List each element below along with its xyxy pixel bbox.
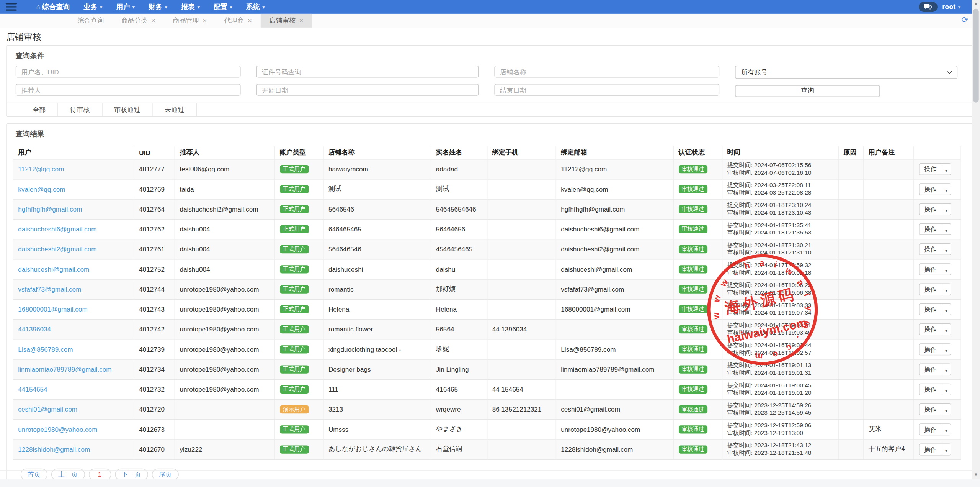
user-note-cell xyxy=(863,299,913,319)
open-tab[interactable]: 商品分类 × xyxy=(113,14,164,28)
nav-item[interactable]: 财务 ▾ xyxy=(142,0,174,14)
user-email-link[interactable]: ceshi01@gmail.com xyxy=(18,405,77,413)
account-type-select[interactable]: 所有账号 xyxy=(735,66,957,79)
scrollbar-thumb[interactable] xyxy=(973,9,979,103)
audit-time: 审核时间: 2024-01-18T21:31:10 xyxy=(727,249,833,257)
action-caret-button[interactable]: ▾ xyxy=(942,284,951,294)
action-button[interactable]: 操作 xyxy=(919,444,942,454)
messages-button[interactable] xyxy=(918,2,937,12)
referrer-cell: daishu004 xyxy=(175,219,274,239)
action-button[interactable]: 操作 xyxy=(919,304,942,315)
status-filter-tab[interactable]: 全部 xyxy=(21,103,58,116)
user-email-link[interactable]: 168000001@gmail.com xyxy=(18,305,87,313)
start-date-input[interactable] xyxy=(256,84,479,96)
nav-item[interactable]: 系统 ▾ xyxy=(239,0,272,14)
user-email-link[interactable]: 11212@qq.com xyxy=(18,165,64,173)
user-email-link[interactable]: vsfafaf73@gmail.com xyxy=(18,285,81,293)
action-button[interactable]: 操作 xyxy=(919,384,942,395)
action-caret-button[interactable]: ▾ xyxy=(942,344,951,354)
shop-name-input[interactable] xyxy=(494,66,719,77)
column-header: 绑定邮箱 xyxy=(555,146,673,159)
user-menu[interactable]: root ▾ xyxy=(942,3,960,11)
vertical-scrollbar[interactable]: ▲ ▼ xyxy=(972,0,980,479)
nav-item[interactable]: ⌂ 综合查询 xyxy=(29,0,77,14)
action-caret-button[interactable]: ▾ xyxy=(942,224,951,234)
user-email-link[interactable]: daishucheshi6@gmail.com xyxy=(18,225,96,233)
action-button[interactable]: 操作 xyxy=(919,224,942,234)
caret-down-icon: ▾ xyxy=(945,188,947,192)
top-navbar: ⌂ 综合查询 业务 ▾ 用户 ▾ 财务 ▾ 报表 ▾ 配置 ▾ 系统 ▾ xyxy=(0,0,972,14)
open-tab[interactable]: 商品管理 × xyxy=(164,14,216,28)
user-email-link[interactable]: linmiaomiao789789@gmail.com xyxy=(18,365,111,373)
username-uid-input[interactable] xyxy=(16,66,241,77)
action-button[interactable]: 操作 xyxy=(919,404,942,415)
user-email-link[interactable]: unrotope1980@yahoo.com xyxy=(18,425,97,433)
action-caret-button[interactable]: ▾ xyxy=(942,304,951,315)
nav-item[interactable]: 业务 ▾ xyxy=(77,0,109,14)
column-header xyxy=(913,146,960,159)
audit-time: 审核时间: 2024-01-16T19:01:31 xyxy=(727,369,833,377)
nav-item[interactable]: 报表 ▾ xyxy=(174,0,207,14)
user-email-link[interactable]: hgfhfhgfh@gmail.com xyxy=(18,205,82,213)
action-caret-button[interactable]: ▾ xyxy=(942,324,951,335)
submit-time: 提交时间: 2024-01-16T19:06:23 xyxy=(727,281,833,289)
user-note-cell xyxy=(863,179,913,199)
action-caret-button[interactable]: ▾ xyxy=(942,264,951,274)
close-icon[interactable]: × xyxy=(299,17,304,24)
action-caret-button[interactable]: ▾ xyxy=(942,203,951,214)
action-button[interactable]: 操作 xyxy=(919,164,942,174)
user-email-link[interactable]: Lisa@856789.com xyxy=(18,345,73,353)
open-tab[interactable]: 店铺审核 × xyxy=(261,14,312,28)
open-tab[interactable]: 综合查询 xyxy=(69,14,113,28)
close-icon[interactable]: × xyxy=(203,17,207,24)
close-icon[interactable]: × xyxy=(151,17,155,24)
action-button[interactable]: 操作 xyxy=(919,424,942,435)
action-button[interactable]: 操作 xyxy=(919,244,942,254)
action-button[interactable]: 操作 xyxy=(919,324,942,335)
caret-down-icon: ▾ xyxy=(958,4,961,10)
open-tab[interactable]: 代理商 × xyxy=(216,14,260,28)
search-button[interactable]: 查询 xyxy=(735,85,880,97)
user-email-link[interactable]: 1228ishidoh@gmail.com xyxy=(18,445,90,453)
user-email-link[interactable]: daishucheshi2@gmail.com xyxy=(18,245,96,253)
scroll-down-arrow-icon[interactable]: ▼ xyxy=(972,471,980,479)
action-caret-button[interactable]: ▾ xyxy=(942,244,951,254)
end-date-input[interactable] xyxy=(494,84,719,96)
scroll-up-arrow-icon[interactable]: ▲ xyxy=(972,0,980,8)
referrer-input[interactable] xyxy=(16,84,241,96)
action-button[interactable]: 操作 xyxy=(919,184,942,194)
user-email-link[interactable]: 441396034 xyxy=(18,325,51,333)
action-caret-button[interactable]: ▾ xyxy=(942,184,951,194)
filter-tab-label: 全部 xyxy=(33,105,46,113)
caret-down-icon: ▾ xyxy=(945,348,947,353)
action-caret-button[interactable]: ▾ xyxy=(942,424,951,435)
status-badge: 审核通过 xyxy=(678,345,707,354)
action-caret-button[interactable]: ▾ xyxy=(942,164,951,174)
nav-item[interactable]: 用户 ▾ xyxy=(109,0,142,14)
close-icon[interactable]: × xyxy=(248,17,252,24)
action-button[interactable]: 操作 xyxy=(919,203,942,214)
action-caret-button[interactable]: ▾ xyxy=(942,444,951,454)
refresh-icon[interactable]: ⟳ xyxy=(961,16,968,24)
action-caret-button[interactable]: ▾ xyxy=(942,384,951,395)
status-badge: 审核通过 xyxy=(678,365,707,374)
action-button[interactable]: 操作 xyxy=(919,344,942,354)
idcard-input[interactable] xyxy=(256,66,479,77)
action-button[interactable]: 操作 xyxy=(919,264,942,274)
action-caret-button[interactable]: ▾ xyxy=(942,404,951,415)
user-email-link[interactable]: 44154654 xyxy=(18,385,47,393)
user-email-link[interactable]: daishuceshi@gmail.com xyxy=(18,265,89,273)
hamburger-icon[interactable] xyxy=(6,3,17,11)
user-email-link[interactable]: kvalen@qq.com xyxy=(18,185,65,193)
action-caret-button[interactable]: ▾ xyxy=(942,364,951,374)
status-filter-tab[interactable]: 未通过 xyxy=(153,103,197,116)
reason-cell xyxy=(838,419,863,439)
page-button-label: 下一页 xyxy=(122,470,141,478)
status-filter-tab[interactable]: 审核通过 xyxy=(102,103,153,116)
uid-cell: 4012732 xyxy=(134,379,174,399)
nav-item[interactable]: 配置 ▾ xyxy=(207,0,239,14)
realname-cell: 56464656 xyxy=(431,219,487,239)
action-button[interactable]: 操作 xyxy=(919,284,942,294)
status-filter-tab[interactable]: 待审核 xyxy=(58,103,102,116)
action-button[interactable]: 操作 xyxy=(919,364,942,374)
